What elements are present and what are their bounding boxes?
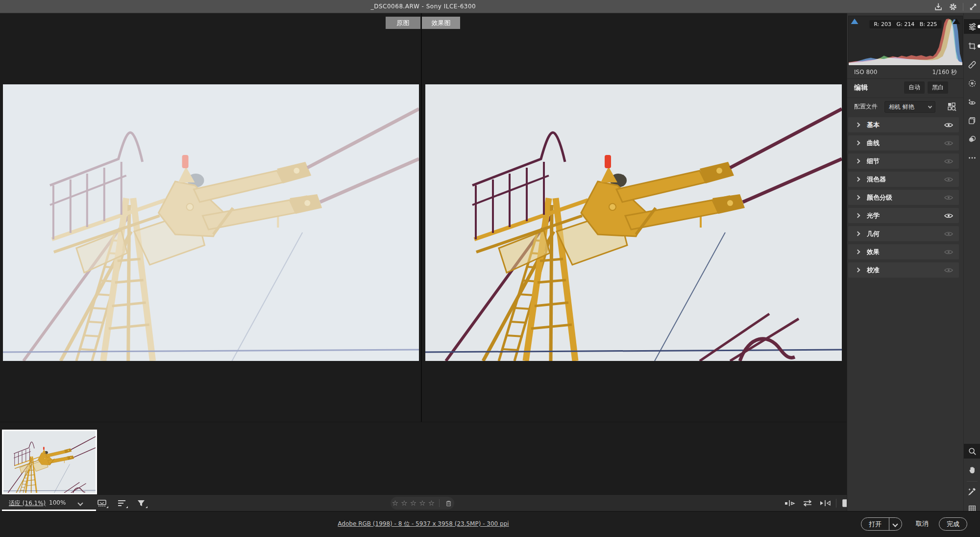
- zoom-level-dropdown-icon[interactable]: [77, 500, 83, 506]
- open-button[interactable]: 打开: [861, 517, 902, 531]
- iso-value: ISO 800: [854, 69, 877, 76]
- before-image[interactable]: [3, 84, 419, 361]
- panel-row-color-mixer[interactable]: 混色器: [848, 172, 959, 187]
- profile-row: 配置文件 相机 鲜艳: [847, 98, 964, 115]
- compare-divider: [836, 499, 836, 508]
- star-icon[interactable]: ☆: [410, 500, 416, 507]
- auto-button[interactable]: 自动: [904, 81, 925, 94]
- eye-icon[interactable]: [944, 158, 953, 164]
- panel-row-basic[interactable]: 基本: [848, 117, 959, 132]
- expand-icon[interactable]: [968, 2, 978, 12]
- star-icon[interactable]: ☆: [419, 500, 425, 507]
- panel-row-calibration[interactable]: 校准: [848, 262, 959, 278]
- adjustment-panel-list: 基本 曲线 细节 混色器 颜色分级: [847, 117, 964, 281]
- copy-settings-icon[interactable]: [783, 497, 797, 509]
- title-bar: _DSC0068.ARW - Sony ILCE-6300: [0, 0, 980, 13]
- cancel-button[interactable]: 取消: [907, 517, 937, 531]
- document-title: _DSC0068.ARW - Sony ILCE-6300: [0, 0, 847, 13]
- panel-row-detail[interactable]: 细节: [848, 153, 959, 169]
- rgb-readout: R: 203 G: 214 B: 225: [870, 20, 942, 28]
- profile-value: 相机 鲜艳: [889, 103, 914, 110]
- snapshots-icon[interactable]: [964, 132, 980, 147]
- panel-row-effects[interactable]: 效果: [848, 244, 959, 259]
- chevron-right-icon: [856, 213, 860, 218]
- edit-title: 编辑: [854, 83, 868, 92]
- healing-brush-icon[interactable]: [964, 57, 980, 72]
- tab-original-view[interactable]: 原图: [386, 17, 420, 29]
- edit-panel: R: 203 G: 214 B: 225 ISO 800 1/160 秒 编辑 …: [847, 13, 963, 511]
- eye-icon[interactable]: [944, 195, 953, 201]
- open-options-chevron-icon[interactable]: [889, 518, 902, 530]
- zoom-tool-icon[interactable]: [964, 444, 980, 459]
- eye-icon[interactable]: [944, 231, 953, 237]
- star-rating: ☆☆☆☆☆: [391, 497, 454, 510]
- chevron-right-icon: [856, 250, 860, 255]
- eye-icon[interactable]: [944, 177, 953, 182]
- exif-row: ISO 800 1/160 秒: [847, 66, 964, 79]
- bw-button[interactable]: 黑白: [928, 81, 948, 94]
- bottom-bar: Adobe RGB (1998) - 8 位 - 5937 x 3958 (23…: [0, 511, 980, 537]
- white-balance-eyedropper-icon[interactable]: [964, 484, 980, 499]
- hand-tool-icon[interactable]: [964, 462, 980, 477]
- eye-icon[interactable]: [944, 122, 953, 128]
- panel-row-optics[interactable]: 光学: [848, 208, 959, 223]
- masking-icon[interactable]: [964, 76, 980, 91]
- chevron-right-icon: [856, 231, 860, 236]
- highlight-clipping-icon[interactable]: [952, 18, 961, 25]
- filmstrip-thumbnail[interactable]: [2, 430, 97, 494]
- edit-sliders-icon[interactable]: [964, 19, 980, 34]
- edit-section-header: 编辑 自动 黑白: [847, 79, 964, 96]
- eye-icon[interactable]: [944, 249, 953, 255]
- filmstrip-divider: [0, 422, 847, 422]
- filter-icon[interactable]: [135, 497, 148, 509]
- swap-settings-icon[interactable]: [801, 497, 814, 509]
- after-image[interactable]: [425, 84, 842, 361]
- profile-browser-icon[interactable]: [947, 102, 957, 112]
- chevron-right-icon: [856, 177, 860, 182]
- panel-row-curves[interactable]: 曲线: [848, 135, 959, 151]
- profile-label: 配置文件: [854, 102, 878, 111]
- chevron-right-icon: [856, 141, 860, 146]
- chevron-right-icon: [856, 268, 860, 273]
- filmstrip-control-row: 适应 (16.1%) 100% ☆☆☆☆☆: [0, 494, 847, 511]
- apply-settings-icon[interactable]: [818, 497, 832, 509]
- star-icon[interactable]: ☆: [428, 500, 435, 507]
- star-icon[interactable]: ☆: [401, 500, 407, 507]
- chevron-right-icon: [856, 123, 860, 128]
- strip-divider: [967, 481, 978, 482]
- camera-raw-window: _DSC0068.ARW - Sony ILCE-6300 原图 效果图: [0, 0, 980, 537]
- panel-row-geometry[interactable]: 几何: [848, 226, 959, 241]
- panel-row-color-grading[interactable]: 颜色分级: [848, 190, 959, 205]
- shadow-clipping-icon[interactable]: [850, 18, 859, 25]
- before-after-divider: [421, 13, 422, 422]
- histogram[interactable]: R: 203 G: 214 B: 225: [848, 16, 963, 66]
- open-button-label[interactable]: 打开: [861, 518, 889, 530]
- chevron-right-icon: [856, 159, 860, 164]
- export-icon[interactable]: [933, 2, 943, 12]
- trash-icon[interactable]: [444, 497, 453, 509]
- profile-dropdown[interactable]: 相机 鲜艳: [884, 101, 935, 113]
- shutter-value: 1/160 秒: [932, 68, 957, 77]
- crop-icon[interactable]: [964, 39, 980, 53]
- sort-order-icon[interactable]: [116, 497, 128, 509]
- rating-divider: [439, 499, 440, 507]
- gear-icon[interactable]: [948, 2, 958, 12]
- preview-canvas: 原图 效果图 适应 (16.1%) 100%: [0, 13, 847, 511]
- tab-result-view[interactable]: 效果图: [422, 17, 460, 29]
- star-icon[interactable]: ☆: [392, 500, 398, 507]
- more-options-icon[interactable]: [964, 151, 980, 165]
- filmstrip-view-icon[interactable]: [96, 497, 109, 509]
- fit-zoom-label[interactable]: 适应 (16.1%): [9, 499, 46, 508]
- red-eye-icon[interactable]: [964, 95, 980, 109]
- titlebar-divider: [963, 3, 963, 11]
- presets-icon[interactable]: [964, 113, 980, 128]
- eye-icon[interactable]: [944, 213, 953, 219]
- zoom-level-value[interactable]: 100%: [49, 499, 66, 506]
- tool-strip: [963, 13, 980, 511]
- eye-icon[interactable]: [944, 140, 953, 146]
- chevron-right-icon: [856, 195, 860, 200]
- eye-icon[interactable]: [944, 267, 953, 273]
- workflow-options-link[interactable]: Adobe RGB (1998) - 8 位 - 5937 x 3958 (23…: [0, 520, 847, 528]
- done-button[interactable]: 完成: [939, 517, 967, 531]
- chevron-down-icon: [928, 104, 932, 108]
